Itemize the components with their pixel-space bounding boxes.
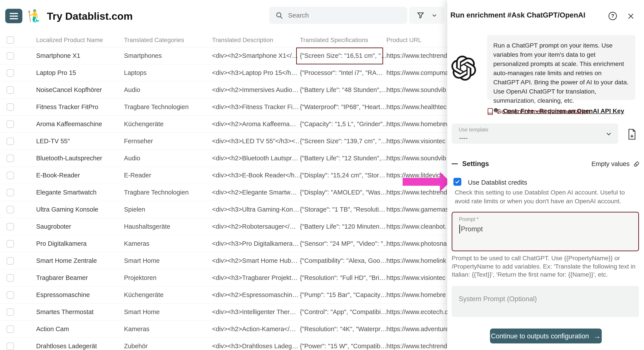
- cell-category[interactable]: Spielen: [124, 206, 212, 213]
- column-header-translated-categories[interactable]: Translated Categories: [124, 36, 212, 44]
- cell-specifications[interactable]: {"Battery Life": "12 Stunden",…: [300, 155, 386, 162]
- prompt-input[interactable]: Prompt * Prompt: [452, 212, 639, 251]
- search-input[interactable]: Search: [269, 7, 407, 24]
- row-checkbox[interactable]: [6, 240, 14, 248]
- continue-to-outputs-button[interactable]: Continue to outputs configuration →: [490, 328, 602, 344]
- cell-product-name[interactable]: Elegante Smartwatch: [36, 189, 124, 196]
- cell-description[interactable]: <div><h3>Pro Digitalkamera…: [212, 240, 300, 247]
- cell-category[interactable]: Smart Home: [124, 308, 212, 316]
- cell-product-name[interactable]: NoiseCancel Kopfhörer: [36, 86, 124, 94]
- row-checkbox[interactable]: [6, 189, 14, 196]
- cell-specifications[interactable]: {"Display": "15,24 cm", "Stor…: [300, 172, 386, 179]
- cell-product-name[interactable]: Drahtloses Ladegerät: [36, 342, 124, 350]
- cell-category[interactable]: Zubehör: [124, 342, 212, 350]
- cell-specifications[interactable]: {"Control": "App", "Compatibi…: [300, 308, 386, 316]
- cell-specifications[interactable]: {"Screen Size": "16,51 cm", "…: [300, 52, 386, 59]
- cell-description[interactable]: <div><h3>Ultra Gaming-Kon…: [212, 206, 300, 213]
- row-checkbox[interactable]: [6, 206, 14, 213]
- row-checkbox[interactable]: [6, 69, 14, 77]
- filter-button[interactable]: [409, 7, 444, 24]
- cell-specifications[interactable]: {"Processor": "Intel i7", "RA…: [300, 69, 386, 76]
- cell-specifications[interactable]: {"Resolution": "Full HD", "Bri…: [300, 274, 386, 282]
- close-icon[interactable]: [626, 12, 636, 21]
- row-checkbox[interactable]: [6, 308, 14, 316]
- cell-product-name[interactable]: Laptop Pro 15: [36, 69, 124, 76]
- column-header-translated-specifications[interactable]: Translated Specifications: [300, 36, 386, 44]
- cell-description[interactable]: <div><h3>Fitness Tracker Fi…: [212, 104, 300, 110]
- datablist-credits-label[interactable]: Use Datablist credits: [468, 179, 527, 186]
- cell-specifications[interactable]: {"Sensor": "24 MP", "Video": "…: [300, 240, 386, 247]
- cell-description[interactable]: <div><h3>Intelligenter Ther…: [212, 308, 300, 316]
- cell-description[interactable]: <div><h2>Smart Home Hub…: [212, 257, 300, 264]
- cell-category[interactable]: Audio: [124, 155, 212, 162]
- cell-category[interactable]: Fernseher: [124, 138, 212, 145]
- help-icon[interactable]: ?: [608, 12, 617, 20]
- cell-specifications[interactable]: {"Pump": "15 Bar", "Capacity…: [300, 291, 386, 298]
- cell-category[interactable]: Projektoren: [124, 274, 212, 282]
- cell-specifications[interactable]: {"Compatibility": "Alexa, Goo…: [300, 257, 386, 264]
- cell-product-name[interactable]: Espressomaschine: [36, 291, 124, 298]
- settings-collapse-toggle[interactable]: Settings: [452, 160, 489, 168]
- documentation-link[interactable]: Go to enrichment documentation: [487, 108, 590, 115]
- cell-specifications[interactable]: {"Battery Life": "48 Stunden",…: [300, 86, 386, 94]
- hamburger-menu-button[interactable]: [5, 9, 22, 23]
- cell-description[interactable]: <div><h3>E-Book Reader</h…: [212, 172, 300, 179]
- cell-specifications[interactable]: {"Display": "AMOLED", "Was…: [300, 189, 386, 196]
- cell-description[interactable]: <div><h2>Robotersauger</…: [212, 223, 300, 230]
- cell-category[interactable]: Tragbare Technologien: [124, 189, 212, 196]
- row-checkbox[interactable]: [6, 342, 14, 350]
- row-checkbox[interactable]: [6, 138, 14, 145]
- cell-product-name[interactable]: Aroma Kaffeemaschine: [36, 120, 124, 128]
- use-template-select[interactable]: Use template ----: [452, 124, 618, 144]
- cell-description[interactable]: <div><h3>Laptop Pro 15</h…: [212, 69, 300, 76]
- column-header-localized-product-name[interactable]: Localized Product Name: [36, 36, 124, 44]
- cell-description[interactable]: <div><h2>Espressomaschin…: [212, 291, 300, 298]
- cell-product-name[interactable]: Saugroboter: [36, 223, 124, 230]
- cell-product-name[interactable]: Bluetooth-Lautsprecher: [36, 155, 124, 162]
- save-template-icon[interactable]: [627, 128, 636, 140]
- cell-specifications[interactable]: {"Resolution": "4K", "Waterpr…: [300, 326, 386, 333]
- cell-category[interactable]: Kameras: [124, 240, 212, 247]
- cell-description[interactable]: <div><h2>Action-Kamera</…: [212, 326, 300, 333]
- cell-category[interactable]: Tragbare Technologien: [124, 104, 212, 110]
- cell-specifications[interactable]: {"Waterproof": "IP68", "Heart…: [300, 104, 386, 110]
- cell-specifications[interactable]: {"Power": "15 W", "Compatib…: [300, 342, 386, 350]
- row-checkbox[interactable]: [6, 291, 14, 299]
- row-checkbox[interactable]: [6, 257, 14, 264]
- cell-category[interactable]: Haushaltsgeräte: [124, 223, 212, 230]
- cell-specifications[interactable]: {"Storage": "1 TB", "Resoluti…: [300, 206, 386, 213]
- cell-specifications[interactable]: {"Battery Life": "120 Minuten…: [300, 223, 386, 230]
- datablist-credits-checkbox[interactable]: [454, 178, 461, 186]
- cell-product-name[interactable]: Fitness Tracker FitPro: [36, 104, 124, 110]
- row-checkbox[interactable]: [6, 52, 14, 60]
- cell-category[interactable]: Smartphones: [124, 52, 212, 59]
- cell-product-name[interactable]: E-Book-Reader: [36, 172, 124, 179]
- cell-description[interactable]: <div><h2>Smartphone X1</…: [212, 52, 300, 59]
- row-checkbox[interactable]: [6, 104, 14, 111]
- cell-category[interactable]: Smart Home: [124, 257, 212, 264]
- cell-description[interactable]: <div><h3>LED TV 55"</h3><…: [212, 138, 300, 145]
- row-checkbox[interactable]: [6, 155, 14, 162]
- select-all-checkbox[interactable]: [6, 36, 14, 44]
- cell-description[interactable]: <div><h2>Elegante Smartw…: [212, 189, 300, 196]
- cell-description[interactable]: <div><h2>Aroma Kaffeema…: [212, 120, 300, 128]
- system-prompt-input[interactable]: System Prompt (Optional): [452, 286, 639, 317]
- cell-category[interactable]: E-Reader: [124, 172, 212, 179]
- cell-product-name[interactable]: Pro Digitalkamera: [36, 240, 124, 247]
- cell-category[interactable]: Küchengeräte: [124, 120, 212, 128]
- cell-description[interactable]: <div><h2>Bluetooth Lautspr…: [212, 155, 300, 162]
- cell-product-name[interactable]: Smartes Thermostat: [36, 308, 124, 316]
- row-checkbox[interactable]: [6, 223, 14, 230]
- cell-specifications[interactable]: {"Screen Size": "139,7 cm", "…: [300, 138, 386, 145]
- row-checkbox[interactable]: [6, 86, 14, 94]
- cell-product-name[interactable]: Smartphone X1: [36, 52, 124, 59]
- column-header-translated-description[interactable]: Translated Description: [212, 36, 300, 44]
- cell-description[interactable]: <div><h3>Drahtloses Ladeg…: [212, 342, 300, 350]
- cell-description[interactable]: <div><h2>Immersives Audio…: [212, 86, 300, 94]
- cell-specifications[interactable]: {"Capacity": "1,5 L", "Grinder"…: [300, 120, 386, 128]
- row-checkbox[interactable]: [6, 172, 14, 179]
- row-checkbox[interactable]: [6, 326, 14, 333]
- cell-category[interactable]: Audio: [124, 86, 212, 94]
- cell-description[interactable]: <div><h3>Tragbarer Projekt…: [212, 274, 300, 282]
- row-checkbox[interactable]: [6, 274, 14, 282]
